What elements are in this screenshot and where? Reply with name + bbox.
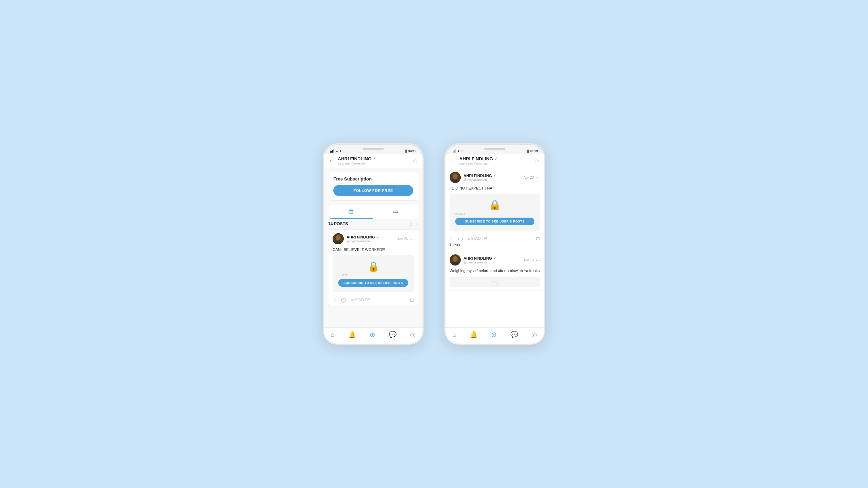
post-date-1: Apr 26 [398, 237, 408, 241]
wifi-icon-2: ▲ [457, 149, 460, 153]
tip-label-1: SEND TIP [354, 298, 370, 302]
add-icon-1: ⊕ [369, 330, 375, 339]
nav-home-2[interactable]: ⌂ [452, 331, 456, 338]
nav-profile-2[interactable]: ◎ [532, 331, 537, 338]
locked-media-2a: 🔒 ▭ 0:15 SUBSCRIBE TO SEE USER'S POSTS [450, 194, 540, 231]
video-icon-2a: ▭ [455, 212, 458, 216]
bookmark-icon-2a: ⊡ [536, 236, 540, 241]
status-bar-1: ▲ ✦ ▓ 03:19 [324, 144, 423, 154]
posts-count-1: 14 POSTS [328, 221, 348, 226]
tip-label-2a: SEND TIP [471, 237, 487, 241]
messages-icon-1: 💬 [389, 331, 397, 338]
nav-notifications-2[interactable]: 🔔 [470, 331, 477, 338]
post-more-1[interactable]: ··· [410, 236, 414, 242]
nav-add-1[interactable]: ⊕ [369, 330, 375, 339]
avatar-2b [450, 254, 461, 266]
media-footer-2a: ▭ 0:15 [455, 212, 534, 216]
like-button-1[interactable]: ♡ [333, 297, 337, 303]
tip-button-2a[interactable]: ⊕ SEND TIP [467, 237, 487, 241]
time-1: 03:19 [408, 149, 416, 153]
header-2: ← AHRI FINDLING ✓ Last seen Yesterday ☆ [445, 154, 544, 168]
posts-section-1: 14 POSTS ⌕ ≡ [324, 221, 423, 309]
post-card-2a: AHRI FINDLING ✓ @theycallmeahri Apr 20 ·… [445, 168, 544, 250]
status-right-2: ▓ 03:19 [527, 149, 538, 153]
nav-messages-1[interactable]: 💬 [389, 331, 397, 338]
locked-media-2b-partial: ◯ [450, 277, 540, 287]
tip-icon-1: ⊕ [350, 298, 353, 302]
tab-videos-1[interactable]: ▭ [373, 204, 418, 219]
battery-icon-1: ▓ [405, 150, 407, 153]
post-meta-2b: AHRI FINDLING ✓ @theycallmeahri [464, 256, 524, 264]
bookmark-button-2a[interactable]: ⊡ [536, 236, 540, 241]
verified-icon-1: ✓ [373, 157, 376, 161]
back-button-1[interactable]: ← [329, 158, 334, 164]
post-text-2b: Weighing myself before and after a blowj… [450, 268, 540, 274]
subscribe-button-1[interactable]: SUBSCRIBE TO SEE USER'S POSTS [338, 279, 408, 287]
post-verified-2b: ✓ [493, 256, 496, 261]
comment-icon-2a: ◯ [458, 236, 463, 241]
filter-icon-1[interactable]: ≡ [416, 221, 418, 227]
post-more-2a[interactable]: ··· [536, 175, 540, 180]
media-footer-1: ▭ 0:56 [338, 274, 408, 277]
bottom-nav-1: ⌂ 🔔 ⊕ 💬 ◎ [324, 327, 423, 344]
nav-notifications-1[interactable]: 🔔 [348, 331, 356, 338]
tip-button-1[interactable]: ⊕ SEND TIP [350, 298, 370, 302]
subscribe-button-2a[interactable]: SUBSCRIBE TO SEE USER'S POSTS [455, 218, 534, 225]
like-button-2a[interactable]: ♡ [450, 236, 454, 241]
phone-1: ▲ ✦ ▓ 03:19 ← AHRI FINDLING ✓ Last seen … [323, 143, 424, 345]
phone2-content: AHRI FINDLING ✓ @theycallmeahri Apr 20 ·… [445, 168, 544, 327]
post-actions-2a: ♡ ◯ ⊕ SEND TIP ⊡ [450, 234, 540, 241]
post-verified-1: ✓ [376, 235, 379, 239]
status-left-1: ▲ ✦ [330, 149, 342, 153]
last-seen-2: Last seen Yesterday [459, 162, 534, 165]
back-button-2[interactable]: ← [450, 158, 456, 164]
status-left-2: ▲ ✦ [452, 149, 463, 153]
home-icon-2: ⌂ [452, 331, 456, 338]
media-duration-2a: ▭ 0:15 [455, 212, 466, 216]
home-icon-1: ⌂ [331, 331, 335, 338]
post-date-2a: Apr 20 [524, 176, 534, 179]
side-button-right-2 [544, 186, 545, 203]
side-button-left [323, 179, 324, 190]
star-button-1[interactable]: ☆ [413, 158, 418, 164]
post-handle-2b: @theycallmeahri [464, 261, 524, 264]
header-username-2: AHRI FINDLING ✓ [459, 156, 534, 161]
status-bar-2: ▲ ✦ ▓ 03:19 [445, 144, 544, 154]
follow-for-free-button[interactable]: FOLLOW FOR FREE [333, 185, 413, 196]
post-handle-2a: @theycallmeahri [464, 178, 524, 182]
posts-actions-1: ⌕ ≡ [409, 221, 418, 227]
star-button-2[interactable]: ☆ [534, 158, 539, 164]
tab-posts-1[interactable]: ▤ [328, 204, 373, 219]
bell-icon-2: 🔔 [470, 331, 477, 338]
add-icon-2: ⊕ [491, 330, 497, 339]
comment-button-2a[interactable]: ◯ [458, 236, 463, 241]
svg-point-4 [453, 174, 458, 179]
duration-text-2a: 0:15 [459, 212, 466, 216]
post-verified-2a: ✓ [493, 174, 496, 178]
search-icon-1[interactable]: ⌕ [409, 221, 412, 227]
post-author-1: AHRI FINDLING ✓ [347, 235, 398, 239]
post-header-1: AHRI FINDLING ✓ @theycallmeahri Apr 26 ·… [333, 233, 414, 244]
lock-icon-1: 🔒 [338, 261, 408, 272]
nav-profile-1[interactable]: ◎ [410, 331, 416, 338]
phones-container: ▲ ✦ ▓ 03:19 ← AHRI FINDLING ✓ Last seen … [323, 143, 545, 345]
messages-icon-2: 💬 [510, 331, 518, 338]
tabs-1: ▤ ▭ [328, 204, 418, 219]
svg-point-7 [453, 256, 458, 262]
author-name-2a: AHRI FINDLING [464, 174, 492, 178]
bookmark-button-1[interactable]: ⊡ [410, 297, 414, 303]
post-text-2a: I DID NOT EXPECT THAT! [450, 186, 540, 191]
nav-home-1[interactable]: ⌂ [331, 331, 335, 338]
last-seen-1: Last seen Yesterday [338, 162, 413, 165]
battery-icon-2: ▓ [527, 150, 529, 153]
subscription-card: Free Subscription FOLLOW FOR FREE [328, 172, 418, 201]
profile-icon-1: ◎ [410, 331, 416, 338]
wifi-icon-1: ▲ [335, 149, 339, 153]
header-title-1: AHRI FINDLING ✓ Last seen Yesterday [338, 156, 413, 165]
nav-add-2[interactable]: ⊕ [491, 330, 497, 339]
duration-text-1: 0:56 [342, 274, 349, 277]
nav-messages-2[interactable]: 💬 [510, 331, 518, 338]
comment-button-1[interactable]: ◯ [341, 297, 346, 303]
post-more-2b[interactable]: ··· [536, 257, 540, 263]
comment-icon-1: ◯ [341, 297, 346, 303]
